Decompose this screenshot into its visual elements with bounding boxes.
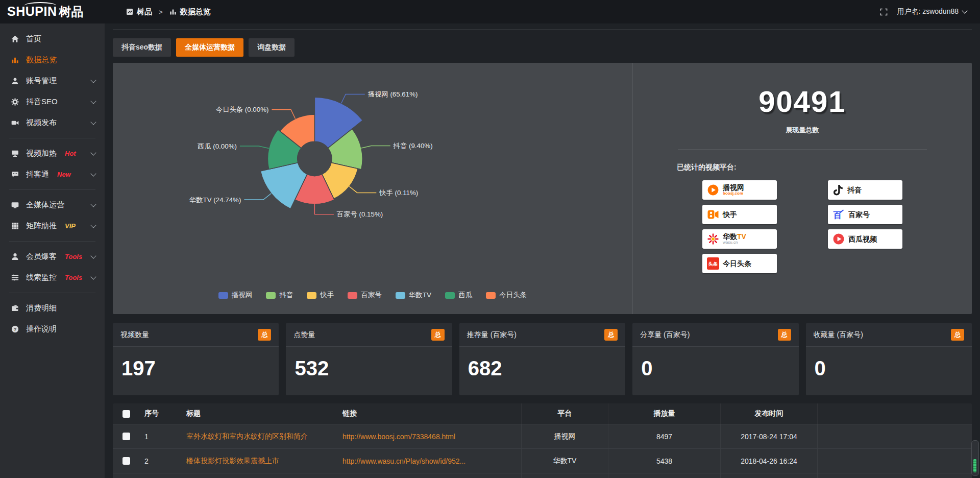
legend-swatch (307, 292, 316, 299)
legend-swatch (445, 292, 455, 299)
legend-item-boosj[interactable]: 播视网 (218, 291, 253, 300)
platform-badge-text: 西瓜视频 (848, 235, 877, 243)
sidebar-item-video-heat[interactable]: 视频加热Hot (0, 143, 105, 164)
legend-label: 播视网 (232, 291, 253, 300)
stat-card-body: 0 (632, 347, 798, 395)
stat-card-like-count: 点赞量总532 (286, 323, 452, 395)
stat-card-body: 682 (459, 347, 625, 395)
legend-swatch (266, 292, 276, 299)
cell-platform: 华数TV (521, 449, 608, 473)
sidebar-item-douyin-seo[interactable]: 抖音SEO (0, 91, 105, 112)
legend-item-wasu[interactable]: 华数TV (396, 291, 431, 300)
select-all-checkbox[interactable] (122, 410, 130, 418)
legend-label: 华数TV (409, 291, 431, 300)
platform-name: 抖音 (847, 186, 862, 194)
xigua-logo-icon (832, 233, 845, 245)
monitor-icon (11, 201, 20, 209)
sidebar-item-label: 抖客通 (26, 170, 49, 179)
summary-divider (678, 149, 927, 150)
platform-badge-text: 播视网boosj.com (723, 184, 744, 196)
video-icon (11, 119, 20, 127)
sidebar-item-media-operation[interactable]: 全媒体运营 (0, 195, 105, 216)
stat-card-title: 推荐量 (百家号) (467, 330, 517, 340)
video-url-link[interactable]: http://www.boosj.com/7338468.html (342, 433, 455, 441)
legend-swatch (396, 292, 405, 299)
legend-item-douyin[interactable]: 抖音 (266, 291, 293, 300)
tab-media-operation-data[interactable]: 全媒体运营数据 (176, 38, 243, 57)
column-header-4: 平台 (521, 403, 608, 424)
sidebar-item-data-overview[interactable]: 数据总览 (0, 50, 105, 70)
chevron-down-icon (90, 171, 96, 176)
sidebar-item-label: 消费明细 (26, 303, 57, 313)
page-scrollbar[interactable] (971, 440, 979, 476)
header-checkbox-cell (113, 410, 139, 418)
sidebar-item-instructions[interactable]: ?操作说明 (0, 319, 105, 340)
legend-item-kuaishou[interactable]: 快手 (307, 291, 334, 300)
stat-card-title: 分享量 (百家号) (640, 330, 690, 340)
cell-platform: 播视网 (521, 424, 608, 448)
stat-card-header: 分享量 (百家号)总 (632, 323, 798, 347)
sidebar-item-douketong[interactable]: 抖客通New (0, 164, 105, 185)
sidebar-item-expense-detail[interactable]: 消费明细 (0, 298, 105, 319)
legend-item-baijiahao[interactable]: 百家号 (348, 291, 382, 300)
sidebar-item-label: 操作说明 (26, 324, 57, 334)
stat-card-video-count: 视频数量总197 (113, 323, 279, 395)
breadcrumb-separator: > (159, 8, 163, 16)
pie-label: 百家号 (0.15%) (337, 210, 383, 218)
sidebar-item-badge: Tools (65, 274, 82, 281)
legend-item-xigua[interactable]: 西瓜 (445, 291, 472, 300)
video-url-link[interactable]: http://www.wasu.cn/Play/show/id/952... (342, 457, 465, 465)
cell-link: http://www.wasu.cn/Play/show/id/952... (337, 457, 521, 465)
cell-time (720, 473, 817, 478)
user-menu[interactable]: 用户名: zswodun88 (897, 7, 967, 16)
cell-title: 室外水纹灯和室内水纹灯的区别和简介 (181, 432, 337, 441)
stat-card-body: 0 (806, 347, 972, 395)
pie-label: 快手 (0.11%) (379, 189, 418, 197)
stat-card-header: 点赞量总 (286, 323, 452, 347)
platform-badge-text: 百家号 (848, 211, 870, 219)
legend-label: 今日头条 (499, 291, 527, 300)
total-badge[interactable]: 总 (604, 329, 618, 341)
sidebar-item-member-burst[interactable]: 会员爆客Tools (0, 246, 105, 267)
legend-item-toutiao[interactable]: 今日头条 (486, 291, 527, 300)
platform-name: 快手 (723, 211, 737, 219)
video-title-link[interactable]: 楼体投影灯投影效果震撼上市 (186, 457, 279, 465)
sidebar-item-video-publish[interactable]: 视频发布 (0, 112, 105, 133)
total-badge[interactable]: 总 (258, 329, 271, 341)
total-badge[interactable]: 总 (431, 329, 445, 341)
sidebar-divider (9, 189, 95, 190)
legend-label: 西瓜 (458, 291, 472, 300)
platform-badge-text: 今日头条 (723, 260, 751, 268)
stat-card-title: 点赞量 (293, 330, 315, 340)
cell-time: 2018-04-26 16:24 (720, 449, 817, 473)
sidebar-item-matrix-boost[interactable]: 矩阵助推VIP (0, 216, 105, 236)
sidebar-item-home[interactable]: 首页 (0, 29, 105, 50)
platform-name: 百家号 (848, 211, 870, 219)
stat-card-body: 532 (286, 347, 452, 395)
row-checkbox[interactable] (122, 457, 130, 465)
video-title-link[interactable]: 室外水纹灯和室内水纹灯的区别和简介 (186, 432, 308, 440)
platform-badges: 播视网boosj.com快手华数TVwasu.cn头条今日头条抖音百百家号西瓜视… (702, 180, 902, 273)
total-badge[interactable]: 总 (951, 329, 964, 341)
column-header-6: 发布时间 (720, 403, 817, 424)
platform-name: 西瓜视频 (848, 235, 877, 243)
baijiahao-logo-icon: 百 (832, 208, 845, 221)
row-checkbox[interactable] (122, 433, 130, 440)
topbar: SHUPIN 树品 树品 > 数据总览 用户名: zswodun88 (0, 0, 980, 23)
platform-badge-text: 华数TVwasu.cn (723, 233, 746, 245)
tab-inquiry-data[interactable]: 询盘数据 (249, 38, 295, 57)
breadcrumb-home[interactable]: 树品 (137, 7, 152, 17)
sidebar-item-lead-monitor[interactable]: 线索监控Tools (0, 267, 105, 288)
sidebar-item-account-management[interactable]: 账号管理 (0, 70, 105, 91)
total-badge[interactable]: 总 (778, 329, 791, 341)
platform-badge-text: 快手 (723, 211, 737, 219)
legend-swatch (348, 292, 357, 299)
fullscreen-icon[interactable] (880, 8, 888, 16)
total-impressions-value: 90491 (758, 84, 846, 118)
scrollbar-thumb[interactable] (973, 459, 976, 472)
videos-table: 序号标题链接平台播放量发布时间1室外水纹灯和室内水纹灯的区别和简介http://… (113, 403, 972, 478)
pie-label: 西瓜 (0.00%) (198, 142, 237, 150)
tab-douyin-seo-data[interactable]: 抖音seo数据 (113, 38, 171, 57)
cell-plays: 8497 (608, 424, 720, 448)
logo-suffix: 树品 (59, 4, 83, 20)
